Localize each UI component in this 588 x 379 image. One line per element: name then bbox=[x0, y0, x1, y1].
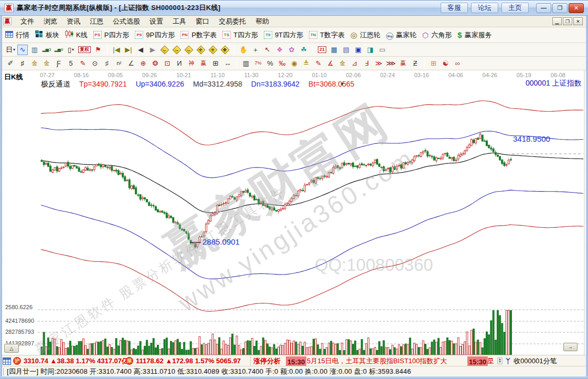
permille-tool[interactable]: ‰ bbox=[277, 58, 287, 69]
candle-style-selector[interactable]: ▯▾ bbox=[66, 45, 76, 55]
child-close-button[interactable]: ✕ bbox=[573, 17, 583, 25]
sectors-button[interactable]: 板块 bbox=[35, 30, 59, 40]
maximize-button[interactable]: ❐ bbox=[552, 3, 568, 13]
infinity-tool[interactable]: ∞ bbox=[453, 58, 463, 69]
menu-window[interactable]: 窗口 bbox=[191, 16, 214, 27]
mind-tool[interactable]: ☘ bbox=[298, 45, 309, 55]
red-pen2-tool[interactable]: ✎ bbox=[313, 58, 324, 69]
export-tool[interactable]: ◨ bbox=[365, 45, 376, 55]
gold-grid-2-tool[interactable]: 金 bbox=[41, 58, 52, 69]
grid-tool[interactable]: ♯ bbox=[17, 58, 28, 69]
child-minimize-button[interactable]: ▁ bbox=[552, 17, 562, 25]
menu-help[interactable]: 帮助 bbox=[251, 16, 274, 27]
gold-grid-1-tool[interactable]: 金 bbox=[29, 58, 40, 69]
zoom-right-button[interactable]: → bbox=[172, 45, 182, 55]
restore-rights-tool[interactable]: 复权 bbox=[78, 45, 91, 55]
forum-button[interactable]: 论坛 bbox=[471, 3, 498, 13]
yellow-grid-tool[interactable]: ⊞ bbox=[429, 58, 439, 69]
t-square-button[interactable]: TST四方形 bbox=[222, 30, 258, 40]
zoom-horizontal-button[interactable]: ↔ bbox=[184, 45, 194, 55]
hand-tool[interactable]: ✋ bbox=[238, 45, 249, 55]
nine-p-square-button[interactable]: P99P四方形 bbox=[135, 30, 175, 40]
gold-angle-tool[interactable]: 金 bbox=[337, 58, 348, 69]
prev-page-button[interactable]: ◀ bbox=[135, 45, 146, 55]
quotes-board-icon[interactable] bbox=[3, 355, 11, 366]
period-selector[interactable]: 日▾ bbox=[5, 45, 16, 55]
crosshair-tool[interactable]: ＋ bbox=[250, 45, 261, 55]
red-pen-tool[interactable]: ✎ bbox=[78, 58, 88, 69]
last-page-button[interactable]: ▶| bbox=[123, 45, 134, 55]
gann-wheel-button[interactable]: ◎江恩轮 bbox=[350, 30, 380, 40]
save-tool[interactable]: ▣ bbox=[353, 45, 364, 55]
p-square-button[interactable]: PSP四方形 bbox=[93, 30, 130, 40]
curve-overlay-tool[interactable]: ∿ bbox=[17, 45, 28, 55]
menu-file[interactable]: 文件 bbox=[16, 16, 39, 27]
color-flag-tool[interactable]: ⚑ bbox=[93, 45, 103, 55]
info-note-tool[interactable]: ▥ bbox=[29, 45, 40, 55]
customer-service-button[interactable]: 客服 bbox=[441, 3, 468, 13]
zoom-star-button[interactable]: ✳ bbox=[208, 45, 218, 55]
notebook-tool[interactable]: ▤ bbox=[341, 45, 351, 55]
homepage-button[interactable]: 主页 bbox=[501, 3, 529, 13]
speed-line-2-tool[interactable]: ⋙ bbox=[386, 58, 397, 69]
stats-percent-tool[interactable]: ▥ bbox=[241, 58, 251, 69]
hexagon-button[interactable]: ⬡六角形 bbox=[422, 30, 452, 40]
taichi-tool[interactable]: ☯ bbox=[441, 58, 451, 69]
zoom-left-button[interactable]: ← bbox=[159, 45, 170, 55]
shanghai-index-quote[interactable]: 3310.74 ▲38.38 1.17% 4317.07亿 bbox=[24, 355, 129, 366]
z-line-tool[interactable]: Ƶ bbox=[410, 58, 421, 69]
circle-target-tool[interactable]: ⊕ bbox=[138, 58, 148, 69]
menu-settings[interactable]: 设置 bbox=[145, 16, 168, 27]
calculator-tool[interactable]: ▦ bbox=[329, 45, 339, 55]
pen-tool[interactable]: ✐ bbox=[5, 58, 16, 69]
j-angle-tool[interactable]: ⊿ bbox=[349, 58, 360, 69]
win-line-tool[interactable]: 赢 bbox=[398, 58, 409, 69]
small-bars-9-tool[interactable]: ▂▅9 bbox=[54, 45, 64, 55]
calendar-tool[interactable]: 21 bbox=[317, 45, 327, 55]
expand-volume-pane-button[interactable]: △ bbox=[4, 344, 19, 353]
number-grid-tool[interactable]: ⊞ bbox=[210, 58, 221, 69]
pink-flower-tool[interactable]: ✿ bbox=[286, 45, 297, 55]
scroll-right-button[interactable]: → bbox=[563, 343, 578, 351]
kn-wave-tool[interactable]: И bbox=[174, 58, 185, 69]
zoom-full-button[interactable]: ✥ bbox=[220, 45, 230, 55]
small-wheel-tool[interactable]: ❂ bbox=[150, 58, 161, 69]
nine-t-square-button[interactable]: T99T四方形 bbox=[264, 30, 303, 40]
menu-news[interactable]: 资讯 bbox=[62, 16, 85, 27]
kline-chart-canvas[interactable] bbox=[2, 70, 586, 355]
minimize-button[interactable]: — bbox=[536, 3, 551, 13]
n-square-tool[interactable]: n² bbox=[114, 58, 124, 69]
time-circle-tool[interactable]: ⊙ bbox=[90, 58, 100, 69]
pink-mark-tool[interactable]: ❖ bbox=[274, 45, 285, 55]
next-page-button[interactable]: ▶ bbox=[147, 45, 158, 55]
t-number-table-button[interactable]: TNT数字表 bbox=[309, 30, 345, 40]
p-number-table-button[interactable]: PNP数字表 bbox=[180, 30, 217, 40]
marquee-scroll-spinner[interactable]: ▲▼ bbox=[497, 357, 503, 364]
shenzhen-index-quote[interactable]: 11178.62 ▲172.98 1.57% 5065.97 bbox=[136, 355, 241, 366]
limit-up-analysis-link[interactable]: 涨停分析 bbox=[253, 355, 281, 366]
five-grid-tool[interactable]: 5 bbox=[66, 58, 76, 69]
percent-tool[interactable]: % bbox=[265, 58, 275, 69]
quotes-button[interactable]: 行情 bbox=[5, 30, 29, 40]
square-target-tool[interactable]: ⊡ bbox=[162, 58, 173, 69]
delete-pointer-tool[interactable]: ↖ bbox=[262, 45, 273, 55]
angle-tool[interactable]: ∠ bbox=[126, 58, 136, 69]
kline-button[interactable]: K线 bbox=[65, 30, 88, 40]
angle-grid-tool[interactable]: ∡ bbox=[325, 58, 336, 69]
gold-circle-tool[interactable]: ◉ bbox=[289, 58, 300, 69]
print-tool[interactable]: ▭ bbox=[377, 45, 388, 55]
menu-browse[interactable]: 浏览 bbox=[39, 16, 62, 27]
seven-percent-tool[interactable]: 7% bbox=[253, 58, 263, 69]
god-grid-tool[interactable]: 神 bbox=[186, 58, 197, 69]
menu-tools[interactable]: 工具 bbox=[168, 16, 191, 27]
width-measure-tool[interactable]: ↔ bbox=[222, 58, 233, 69]
winner-service-button[interactable]: $赢家服务 bbox=[457, 30, 491, 40]
f-grid-tool[interactable]: Ƒ bbox=[54, 58, 64, 69]
winner-wheel-button[interactable]: Big赢家轮 bbox=[386, 30, 416, 40]
tick-grid-tool[interactable]: ♯ bbox=[102, 58, 112, 69]
f-angle-tool[interactable]: Ⅎ bbox=[361, 58, 372, 69]
zoom-all-button[interactable]: ✛ bbox=[196, 45, 206, 55]
close-button[interactable]: ✕ bbox=[569, 3, 584, 13]
menu-gann[interactable]: 江恩 bbox=[85, 16, 108, 27]
tick-view-link[interactable]: 收000001分笔 bbox=[514, 355, 557, 366]
